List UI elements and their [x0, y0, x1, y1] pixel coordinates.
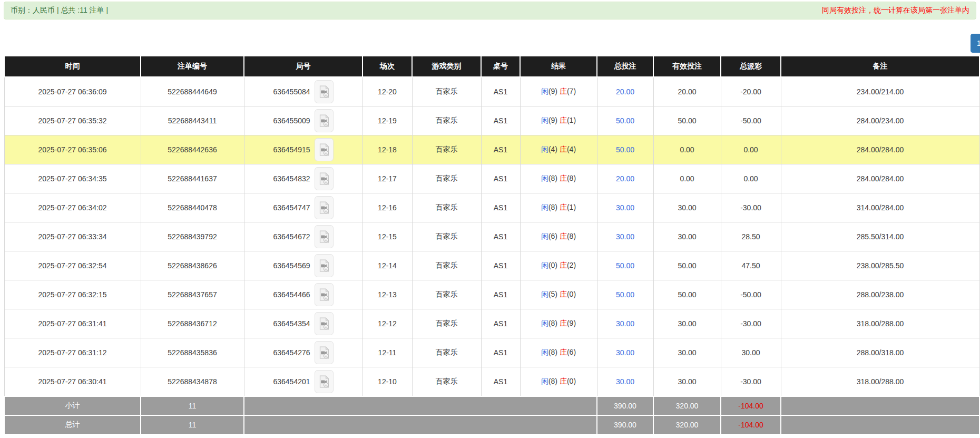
cell-bet-id: 522688440478 [141, 193, 244, 222]
round-video-button[interactable] [315, 138, 334, 161]
cell-time: 2025-07-27 06:30:41 [4, 367, 141, 397]
round-video-button[interactable] [315, 225, 334, 248]
player-label: 闲 [541, 261, 548, 269]
subtotal-payout: -104.00 [721, 396, 781, 415]
cell-total-bet: 30.00 [597, 193, 653, 222]
header-round-id: 局号 [244, 56, 362, 77]
total-spacer [244, 415, 597, 434]
video-file-icon [319, 201, 329, 214]
round-video-button[interactable] [315, 370, 334, 393]
cell-time: 2025-07-27 06:31:12 [4, 338, 141, 367]
cell-remark: 314.00/284.00 [781, 193, 979, 222]
round-video-button[interactable] [315, 341, 334, 364]
cell-session: 12-13 [362, 280, 412, 309]
cell-valid-bet: 30.00 [653, 193, 721, 222]
banker-label: 庄 [560, 203, 567, 211]
page-button-1[interactable]: 1 [971, 34, 980, 53]
total-bet-link[interactable]: 50.00 [616, 290, 634, 299]
video-file-icon [319, 375, 329, 388]
total-total-bet: 390.00 [597, 415, 653, 434]
round-id-group: 636454354 [247, 312, 360, 335]
cell-bet-id: 522688439792 [141, 222, 244, 251]
cell-valid-bet: 30.00 [653, 309, 721, 338]
cell-valid-bet: 30.00 [653, 338, 721, 367]
cell-result: 闲(8) 庄(9) [520, 309, 597, 338]
cell-game-type: 百家乐 [412, 193, 481, 222]
cell-remark: 284.00/234.00 [781, 106, 979, 135]
player-score: (8) [548, 174, 557, 182]
cell-game-type: 百家乐 [412, 367, 481, 397]
player-label: 闲 [541, 290, 548, 298]
cell-table-no: AS1 [481, 164, 520, 193]
banker-score: (6) [567, 348, 576, 356]
cell-table-no: AS1 [481, 367, 520, 397]
cell-bet-id: 522688442636 [141, 135, 244, 164]
cell-valid-bet: 30.00 [653, 367, 721, 397]
header-payout: 总派彩 [721, 56, 781, 77]
round-id-value: 636454915 [273, 145, 310, 154]
banker-score: (9) [567, 319, 576, 327]
total-bet-link[interactable]: 30.00 [616, 232, 634, 241]
table-row: 2025-07-27 06:36:09522688444649636455084… [4, 77, 979, 106]
cell-bet-id: 522688441637 [141, 164, 244, 193]
table-row: 2025-07-27 06:35:32522688443411636455009… [4, 106, 979, 135]
cell-table-no: AS1 [481, 222, 520, 251]
banker-score: (1) [567, 116, 576, 124]
table-row: 2025-07-27 06:34:02522688440478636454747… [4, 193, 979, 222]
cell-payout: -30.00 [721, 367, 781, 397]
round-video-button[interactable] [315, 196, 334, 219]
header-time: 时间 [4, 56, 141, 77]
total-bet-link[interactable]: 50.00 [616, 116, 634, 125]
total-bet-link[interactable]: 20.00 [616, 174, 634, 183]
header-game-type: 游戏类别 [412, 56, 481, 77]
cell-result: 闲(9) 庄(1) [520, 106, 597, 135]
cell-total-bet: 30.00 [597, 222, 653, 251]
video-file-icon [319, 346, 329, 359]
round-video-button[interactable] [315, 254, 334, 277]
cell-game-type: 百家乐 [412, 338, 481, 367]
round-video-button[interactable] [315, 283, 334, 306]
round-id-group: 636454915 [247, 138, 360, 161]
cell-game-type: 百家乐 [412, 135, 481, 164]
total-bet-link[interactable]: 50.00 [616, 261, 634, 270]
player-score: (5) [548, 290, 557, 298]
round-id-value: 636455009 [273, 116, 310, 125]
total-bet-link[interactable]: 50.00 [616, 145, 634, 154]
cell-remark: 284.00/284.00 [781, 164, 979, 193]
cell-total-bet: 50.00 [597, 135, 653, 164]
round-video-button[interactable] [315, 312, 334, 335]
cell-valid-bet: 50.00 [653, 106, 721, 135]
banker-score: (0) [567, 377, 576, 385]
header-total-bet: 总投注 [597, 56, 653, 77]
cell-round-id: 636454915 [244, 135, 362, 164]
round-id-value: 636454201 [273, 377, 310, 386]
cell-round-id: 636454672 [244, 222, 362, 251]
total-bet-link[interactable]: 30.00 [616, 377, 634, 386]
total-bet-link[interactable]: 20.00 [616, 87, 634, 96]
total-remark [781, 415, 979, 434]
banker-score: (4) [567, 145, 576, 153]
total-bet-link[interactable]: 30.00 [616, 348, 634, 357]
cell-result: 闲(8) 庄(0) [520, 367, 597, 397]
cell-total-bet: 50.00 [597, 251, 653, 280]
cell-result: 闲(4) 庄(4) [520, 135, 597, 164]
cell-table-no: AS1 [481, 135, 520, 164]
table-body: 2025-07-27 06:36:09522688444649636455084… [4, 77, 979, 396]
cell-table-no: AS1 [481, 77, 520, 106]
cell-payout: 0.00 [721, 135, 781, 164]
round-video-button[interactable] [315, 109, 334, 132]
currency-summary-text: 币别：人民币 | 总共 :11 注单 | [11, 6, 108, 15]
round-id-value: 636455084 [273, 87, 310, 96]
cell-session: 12-16 [362, 193, 412, 222]
video-file-icon [319, 288, 329, 301]
cell-payout: -20.00 [721, 77, 781, 106]
total-bet-link[interactable]: 30.00 [616, 319, 634, 328]
round-video-button[interactable] [315, 167, 334, 190]
total-bet-link[interactable]: 30.00 [616, 203, 634, 212]
cell-time: 2025-07-27 06:36:09 [4, 77, 141, 106]
round-id-group: 636454672 [247, 225, 360, 248]
round-video-button[interactable] [315, 80, 334, 103]
cell-remark: 285.50/314.00 [781, 222, 979, 251]
table-row: 2025-07-27 06:31:12522688435836636454276… [4, 338, 979, 367]
cell-remark: 288.00/318.00 [781, 338, 979, 367]
